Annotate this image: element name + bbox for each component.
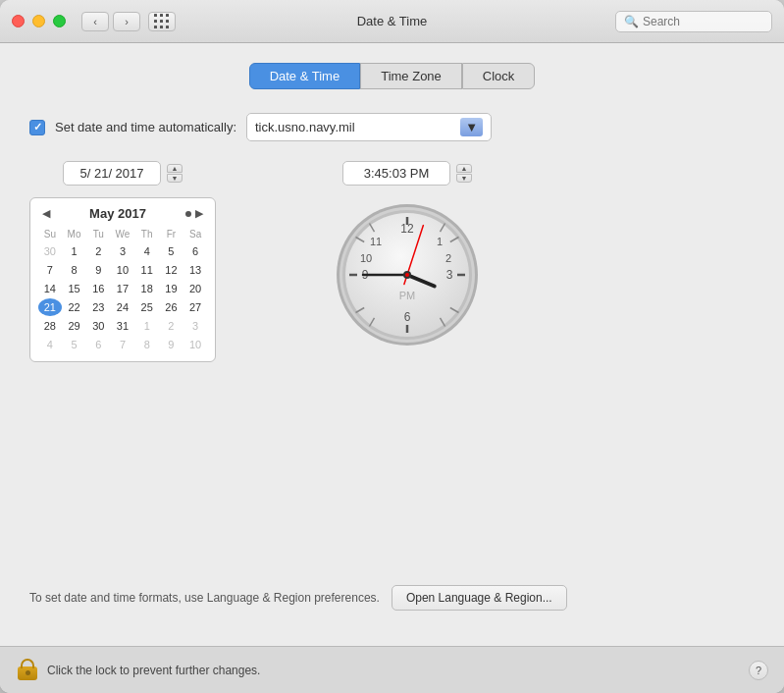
main-window: ‹ › Date & Time 🔍 Date & Time Time Zone …	[0, 0, 784, 693]
table-row[interactable]: 9	[160, 336, 183, 353]
table-row[interactable]: 5	[63, 336, 86, 353]
maximize-button[interactable]	[53, 15, 66, 27]
minimize-button[interactable]	[32, 15, 45, 27]
auto-set-checkbox[interactable]	[29, 120, 45, 135]
lock-shackle	[21, 659, 34, 668]
lock-hole	[26, 670, 30, 675]
table-row[interactable]: 26	[160, 298, 183, 316]
svg-text:6: 6	[404, 310, 411, 324]
svg-text:1: 1	[437, 236, 443, 247]
auto-set-label: Set date and time automatically:	[55, 120, 236, 134]
table-row[interactable]: 17	[111, 280, 134, 297]
table-row[interactable]: 23	[86, 298, 110, 316]
lock-body	[18, 666, 37, 680]
table-row[interactable]: 29	[63, 317, 86, 335]
table-row[interactable]: 7	[111, 336, 134, 353]
table-row[interactable]: 18	[135, 280, 159, 297]
table-row[interactable]: 6	[183, 242, 207, 260]
table-row[interactable]: 4	[38, 336, 62, 353]
svg-text:11: 11	[370, 236, 382, 247]
cal-header-we: We	[111, 227, 134, 241]
table-row[interactable]: 13	[183, 261, 207, 279]
table-row[interactable]: 5	[160, 242, 183, 260]
date-increment-button[interactable]: ▲	[167, 164, 183, 173]
titlebar: ‹ › Date & Time 🔍	[0, 0, 784, 43]
calendar-section: 5/ 21/ 2017 ▲ ▼ ◀ May 2017 ▶	[29, 161, 216, 362]
time-increment-button[interactable]: ▲	[456, 164, 472, 173]
calendar-today[interactable]: 21	[38, 298, 62, 316]
tab-bar: Date & Time Time Zone Clock	[29, 63, 755, 89]
lock-text: Click the lock to prevent further change…	[47, 664, 260, 677]
table-row[interactable]: 2	[160, 317, 183, 335]
table-row[interactable]: 4	[135, 242, 159, 260]
table-row[interactable]: 10	[183, 336, 207, 353]
table-row[interactable]: 30	[86, 317, 110, 335]
table-row[interactable]: 19	[160, 280, 183, 297]
table-row[interactable]: 15	[63, 280, 86, 297]
table-row[interactable]: 3	[183, 317, 207, 335]
table-row[interactable]: 10	[111, 261, 134, 279]
table-row[interactable]: 31	[111, 317, 134, 335]
traffic-lights	[12, 15, 66, 27]
table-row[interactable]: 27	[183, 298, 207, 316]
forward-button[interactable]: ›	[113, 12, 140, 31]
lock-area[interactable]: Click the lock to prevent further change…	[16, 657, 260, 684]
help-button[interactable]: ?	[749, 661, 768, 680]
tab-clock[interactable]: Clock	[462, 63, 536, 89]
svg-text:3: 3	[446, 268, 453, 282]
search-box[interactable]: 🔍	[615, 11, 772, 32]
chevron-right-icon: ›	[125, 16, 129, 27]
time-stepper-arrows: ▲ ▼	[456, 164, 472, 183]
table-row[interactable]: 6	[86, 336, 110, 353]
server-dropdown[interactable]: tick.usno.navy.mil ▼	[246, 113, 492, 141]
svg-text:12: 12	[400, 222, 414, 236]
svg-text:2: 2	[445, 252, 451, 264]
nav-buttons: ‹ ›	[81, 12, 140, 31]
table-row[interactable]: 3	[111, 242, 134, 260]
server-value: tick.usno.navy.mil	[255, 120, 355, 134]
clock-svg: 12 3 6 9 1 2 11 10 PM	[334, 201, 481, 348]
window-title: Date & Time	[357, 14, 428, 28]
close-button[interactable]	[12, 15, 25, 27]
analog-clock: 12 3 6 9 1 2 11 10 PM	[334, 201, 481, 348]
svg-point-29	[405, 273, 409, 277]
time-decrement-button[interactable]: ▼	[456, 174, 472, 183]
table-row[interactable]: 30	[38, 242, 62, 260]
table-row[interactable]: 8	[63, 261, 86, 279]
calendar-month-year: May 2017	[89, 206, 146, 221]
chevron-left-icon: ‹	[93, 16, 97, 27]
table-row[interactable]: 22	[63, 298, 86, 316]
table-row[interactable]: 25	[135, 298, 159, 316]
lock-icon	[16, 657, 39, 684]
apps-button[interactable]	[148, 12, 176, 31]
calendar-next-button[interactable]: ▶	[195, 207, 203, 220]
search-input[interactable]	[643, 15, 763, 28]
table-row[interactable]: 1	[135, 317, 159, 335]
table-row[interactable]: 7	[38, 261, 62, 279]
tab-time-zone[interactable]: Time Zone	[360, 63, 462, 89]
table-row[interactable]: 8	[135, 336, 159, 353]
table-row[interactable]: 24	[111, 298, 134, 316]
date-decrement-button[interactable]: ▼	[167, 174, 183, 183]
back-button[interactable]: ‹	[81, 12, 109, 31]
cal-header-su: Su	[38, 227, 62, 241]
table-row[interactable]: 28	[38, 317, 62, 335]
tab-date-time[interactable]: Date & Time	[249, 63, 361, 89]
table-row[interactable]: 9	[86, 261, 110, 279]
table-row[interactable]: 12	[160, 261, 183, 279]
calendar-prev-button[interactable]: ◀	[42, 207, 50, 220]
table-row[interactable]: 20	[183, 280, 207, 297]
cal-header-tu: Tu	[86, 227, 110, 241]
table-row[interactable]: 1	[63, 242, 86, 260]
cal-header-fr: Fr	[160, 227, 183, 241]
date-stepper: 5/ 21/ 2017 ▲ ▼	[63, 161, 183, 186]
cal-header-mo: Mo	[63, 227, 86, 241]
table-row[interactable]: 14	[38, 280, 62, 297]
cal-header-th: Th	[135, 227, 159, 241]
table-row[interactable]: 11	[135, 261, 159, 279]
calendar-header: ◀ May 2017 ▶	[38, 206, 207, 221]
open-language-region-button[interactable]: Open Language & Region...	[392, 585, 567, 611]
date-stepper-arrows: ▲ ▼	[167, 164, 183, 183]
table-row[interactable]: 2	[86, 242, 110, 260]
table-row[interactable]: 16	[86, 280, 110, 297]
